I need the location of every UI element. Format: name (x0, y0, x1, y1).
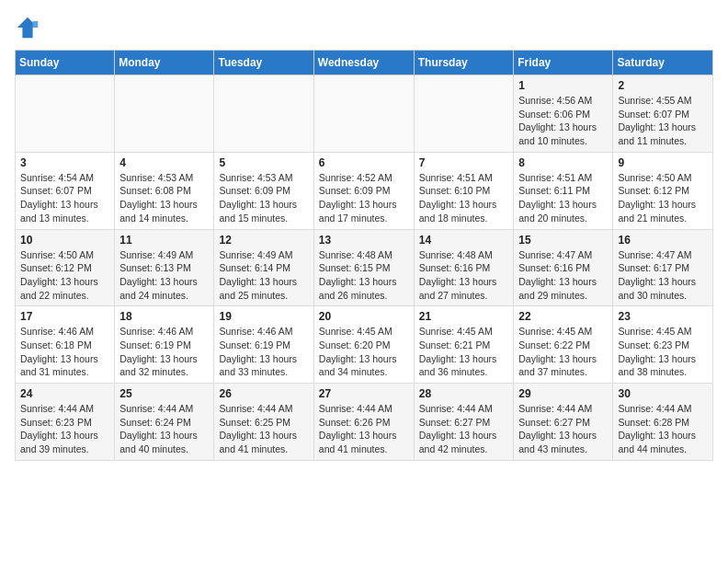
day-info: Sunrise: 4:51 AM Sunset: 6:10 PM Dayligh… (419, 171, 509, 225)
day-info: Sunrise: 4:44 AM Sunset: 6:27 PM Dayligh… (518, 402, 608, 456)
day-info: Sunrise: 4:45 AM Sunset: 6:23 PM Dayligh… (618, 325, 708, 379)
calendar-cell (115, 75, 214, 153)
day-info: Sunrise: 4:54 AM Sunset: 6:07 PM Dayligh… (20, 171, 109, 225)
day-info: Sunrise: 4:48 AM Sunset: 6:15 PM Dayligh… (319, 248, 409, 303)
day-header-saturday: Saturday (613, 51, 713, 75)
page-header (15, 15, 713, 40)
day-number: 8 (518, 156, 608, 169)
day-number: 11 (119, 234, 209, 247)
calendar-cell: 27Sunrise: 4:44 AM Sunset: 6:26 PM Dayli… (313, 384, 414, 461)
day-info: Sunrise: 4:53 AM Sunset: 6:09 PM Dayligh… (219, 171, 308, 225)
calendar-week-3: 10Sunrise: 4:50 AM Sunset: 6:12 PM Dayli… (16, 229, 713, 306)
calendar-week-4: 17Sunrise: 4:46 AM Sunset: 6:18 PM Dayli… (16, 306, 713, 384)
day-info: Sunrise: 4:45 AM Sunset: 6:20 PM Dayligh… (319, 325, 409, 379)
calendar-cell: 16Sunrise: 4:47 AM Sunset: 6:17 PM Dayli… (613, 229, 713, 306)
calendar-cell: 13Sunrise: 4:48 AM Sunset: 6:15 PM Dayli… (313, 229, 414, 306)
day-info: Sunrise: 4:44 AM Sunset: 6:23 PM Dayligh… (20, 402, 109, 456)
day-info: Sunrise: 4:44 AM Sunset: 6:24 PM Dayligh… (119, 402, 209, 456)
day-number: 13 (319, 234, 409, 247)
calendar-cell: 14Sunrise: 4:48 AM Sunset: 6:16 PM Dayli… (414, 229, 514, 306)
day-number: 29 (518, 387, 608, 400)
calendar-cell: 6Sunrise: 4:52 AM Sunset: 6:09 PM Daylig… (313, 152, 414, 229)
day-info: Sunrise: 4:46 AM Sunset: 6:19 PM Dayligh… (119, 325, 209, 379)
day-number: 26 (219, 387, 308, 400)
day-number: 22 (518, 310, 608, 323)
calendar-cell: 11Sunrise: 4:49 AM Sunset: 6:13 PM Dayli… (115, 229, 214, 306)
calendar-cell: 2Sunrise: 4:55 AM Sunset: 6:07 PM Daylig… (613, 75, 713, 153)
day-header-monday: Monday (115, 51, 214, 75)
day-info: Sunrise: 4:49 AM Sunset: 6:14 PM Dayligh… (219, 248, 308, 303)
day-number: 30 (618, 387, 708, 400)
day-info: Sunrise: 4:44 AM Sunset: 6:27 PM Dayligh… (419, 402, 509, 456)
day-number: 10 (20, 234, 109, 247)
day-info: Sunrise: 4:56 AM Sunset: 6:06 PM Dayligh… (518, 94, 608, 148)
day-number: 12 (219, 234, 308, 247)
calendar-cell: 18Sunrise: 4:46 AM Sunset: 6:19 PM Dayli… (115, 306, 214, 384)
day-number: 27 (319, 387, 409, 400)
calendar-cell: 21Sunrise: 4:45 AM Sunset: 6:21 PM Dayli… (414, 306, 514, 384)
calendar-cell: 22Sunrise: 4:45 AM Sunset: 6:22 PM Dayli… (514, 306, 613, 384)
day-info: Sunrise: 4:44 AM Sunset: 6:28 PM Dayligh… (618, 402, 708, 456)
day-number: 9 (618, 156, 708, 169)
calendar-cell: 26Sunrise: 4:44 AM Sunset: 6:25 PM Dayli… (214, 384, 313, 461)
day-number: 1 (518, 79, 608, 92)
calendar-cell: 3Sunrise: 4:54 AM Sunset: 6:07 PM Daylig… (16, 152, 115, 229)
day-info: Sunrise: 4:53 AM Sunset: 6:08 PM Dayligh… (119, 171, 209, 225)
day-number: 20 (319, 310, 409, 323)
calendar-cell: 17Sunrise: 4:46 AM Sunset: 6:18 PM Dayli… (16, 306, 115, 384)
day-number: 17 (20, 310, 109, 323)
day-number: 14 (419, 234, 509, 247)
day-headers-row: SundayMondayTuesdayWednesdayThursdayFrid… (16, 51, 713, 75)
calendar-header: SundayMondayTuesdayWednesdayThursdayFrid… (16, 51, 713, 75)
day-info: Sunrise: 4:45 AM Sunset: 6:21 PM Dayligh… (419, 325, 509, 379)
calendar-cell: 12Sunrise: 4:49 AM Sunset: 6:14 PM Dayli… (214, 229, 313, 306)
calendar-cell: 28Sunrise: 4:44 AM Sunset: 6:27 PM Dayli… (414, 384, 514, 461)
calendar-cell: 19Sunrise: 4:46 AM Sunset: 6:19 PM Dayli… (214, 306, 313, 384)
day-number: 7 (419, 156, 509, 169)
calendar-cell: 29Sunrise: 4:44 AM Sunset: 6:27 PM Dayli… (514, 384, 613, 461)
day-info: Sunrise: 4:47 AM Sunset: 6:16 PM Dayligh… (518, 248, 608, 303)
day-header-friday: Friday (514, 51, 613, 75)
day-info: Sunrise: 4:46 AM Sunset: 6:18 PM Dayligh… (20, 325, 109, 379)
calendar-cell (16, 75, 115, 153)
calendar-cell: 20Sunrise: 4:45 AM Sunset: 6:20 PM Dayli… (313, 306, 414, 384)
day-number: 2 (618, 79, 708, 92)
calendar-cell: 10Sunrise: 4:50 AM Sunset: 6:12 PM Dayli… (16, 229, 115, 306)
logo-icon (15, 15, 40, 40)
day-number: 21 (419, 310, 509, 323)
calendar-cell (414, 75, 514, 153)
day-number: 4 (119, 156, 209, 169)
day-info: Sunrise: 4:52 AM Sunset: 6:09 PM Dayligh… (319, 171, 409, 225)
day-number: 24 (20, 387, 109, 400)
day-number: 25 (119, 387, 209, 400)
day-number: 28 (419, 387, 509, 400)
calendar-cell: 30Sunrise: 4:44 AM Sunset: 6:28 PM Dayli… (613, 384, 713, 461)
day-number: 19 (219, 310, 308, 323)
calendar-cell: 8Sunrise: 4:51 AM Sunset: 6:11 PM Daylig… (514, 152, 613, 229)
day-info: Sunrise: 4:51 AM Sunset: 6:11 PM Dayligh… (518, 171, 608, 225)
calendar-week-1: 1Sunrise: 4:56 AM Sunset: 6:06 PM Daylig… (16, 75, 713, 153)
day-number: 23 (618, 310, 708, 323)
day-number: 16 (618, 234, 708, 247)
day-number: 5 (219, 156, 308, 169)
day-info: Sunrise: 4:46 AM Sunset: 6:19 PM Dayligh… (219, 325, 308, 379)
calendar-body: 1Sunrise: 4:56 AM Sunset: 6:06 PM Daylig… (16, 75, 713, 461)
day-header-sunday: Sunday (16, 51, 115, 75)
calendar-cell: 1Sunrise: 4:56 AM Sunset: 6:06 PM Daylig… (514, 75, 613, 153)
day-number: 6 (319, 156, 409, 169)
day-header-thursday: Thursday (414, 51, 514, 75)
calendar-cell: 7Sunrise: 4:51 AM Sunset: 6:10 PM Daylig… (414, 152, 514, 229)
day-number: 3 (20, 156, 109, 169)
day-info: Sunrise: 4:50 AM Sunset: 6:12 PM Dayligh… (618, 171, 708, 225)
calendar-week-2: 3Sunrise: 4:54 AM Sunset: 6:07 PM Daylig… (16, 152, 713, 229)
svg-marker-1 (33, 21, 39, 28)
calendar-cell: 4Sunrise: 4:53 AM Sunset: 6:08 PM Daylig… (115, 152, 214, 229)
logo (15, 15, 44, 40)
calendar-cell: 25Sunrise: 4:44 AM Sunset: 6:24 PM Dayli… (115, 384, 214, 461)
day-info: Sunrise: 4:44 AM Sunset: 6:26 PM Dayligh… (319, 402, 409, 456)
day-number: 18 (119, 310, 209, 323)
calendar-cell: 24Sunrise: 4:44 AM Sunset: 6:23 PM Dayli… (16, 384, 115, 461)
day-info: Sunrise: 4:55 AM Sunset: 6:07 PM Dayligh… (618, 94, 708, 148)
day-info: Sunrise: 4:48 AM Sunset: 6:16 PM Dayligh… (419, 248, 509, 303)
day-header-tuesday: Tuesday (214, 51, 313, 75)
